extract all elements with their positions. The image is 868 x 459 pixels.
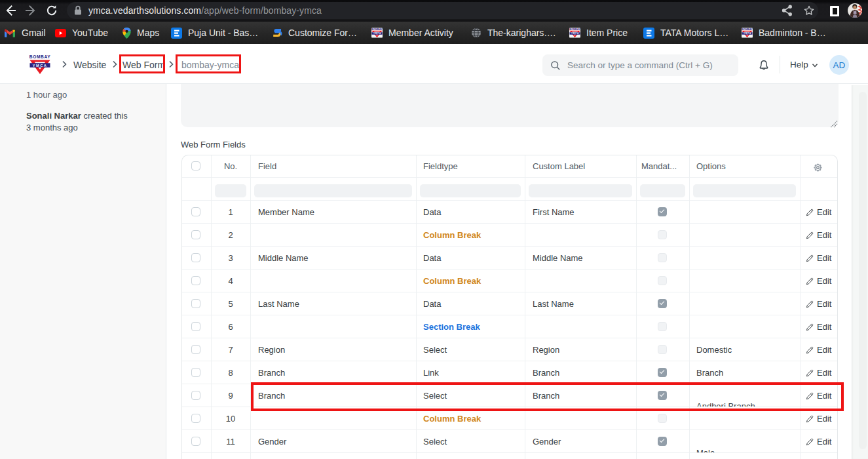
svg-text:BOMBAY: BOMBAY — [742, 28, 753, 31]
svg-text:Y M C A: Y M C A — [571, 32, 579, 35]
svg-text:YMCA: YMCA — [33, 64, 47, 68]
svg-text:BOMBAY: BOMBAY — [569, 28, 580, 31]
svg-text:BOMBAY: BOMBAY — [29, 54, 50, 59]
svg-text:Y M C A: Y M C A — [373, 32, 381, 35]
svg-text:BOMBAY: BOMBAY — [371, 28, 383, 31]
svg-text:Y M C A: Y M C A — [744, 32, 751, 35]
